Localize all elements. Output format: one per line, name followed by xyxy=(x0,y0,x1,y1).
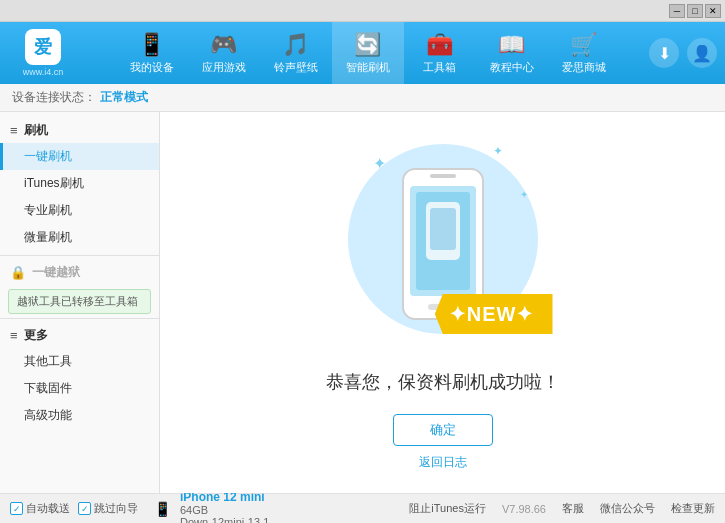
minimize-button[interactable]: ─ xyxy=(669,4,685,18)
sidebar-item-itunes-flash[interactable]: iTunes刷机 xyxy=(0,170,159,197)
status-bar: 设备连接状态： 正常模式 xyxy=(0,84,725,112)
bottom-link-support[interactable]: 客服 xyxy=(562,501,584,516)
content-area: ✦ ✦ ✦ ✦NEW✦ 恭喜您，保资料刷 xyxy=(160,112,725,493)
nav-right-actions: ⬇ 👤 xyxy=(649,38,717,68)
user-button[interactable]: 👤 xyxy=(687,38,717,68)
ringtone-icon: 🎵 xyxy=(282,32,309,58)
version-text: V7.98.66 xyxy=(502,503,546,515)
apps-icon: 🎮 xyxy=(210,32,237,58)
nav-label-my-device: 我的设备 xyxy=(130,60,174,75)
download-button[interactable]: ⬇ xyxy=(649,38,679,68)
shop-icon: 🛒 xyxy=(570,32,597,58)
title-bar: ─ □ ✕ xyxy=(0,0,725,22)
svg-rect-6 xyxy=(430,208,456,250)
jailbreak-section-label: 一键越狱 xyxy=(32,264,80,281)
logo-subtext: www.i4.cn xyxy=(23,67,64,77)
nav-item-flash[interactable]: 🔄 智能刷机 xyxy=(332,22,404,84)
close-button[interactable]: ✕ xyxy=(705,4,721,18)
nav-label-shop: 爱思商城 xyxy=(562,60,606,75)
device-model: Down-12mini-13,1 xyxy=(180,516,269,524)
sidebar: ≡ 刷机 一键刷机 iTunes刷机 专业刷机 微量刷机 🔒 一键越狱 越狱工具… xyxy=(0,112,160,493)
checkbox-auto-send-label: 自动载送 xyxy=(26,501,70,516)
nav-label-ringtone: 铃声壁纸 xyxy=(274,60,318,75)
app-logo: 爱 www.i4.cn xyxy=(8,29,78,77)
bottom-bar: ✓ 自动载送 ✓ 跳过向导 📱 iPhone 12 mini 64GB Down… xyxy=(0,493,725,523)
maximize-button[interactable]: □ xyxy=(687,4,703,18)
device-storage: 64GB xyxy=(180,504,269,516)
bottom-link-update[interactable]: 检查更新 xyxy=(671,501,715,516)
device-icon: 📱 xyxy=(154,501,171,517)
sparkle-2: ✦ xyxy=(493,144,503,158)
lock-icon: 🔒 xyxy=(10,265,26,280)
checkbox-skip-wizard-label: 跳过向导 xyxy=(94,501,138,516)
back-link[interactable]: 返回日志 xyxy=(419,454,467,471)
nav-items: 📱 我的设备 🎮 应用游戏 🎵 铃声壁纸 🔄 智能刷机 🧰 工具箱 📖 教程中心… xyxy=(86,22,649,84)
sidebar-item-pro-flash[interactable]: 专业刷机 xyxy=(0,197,159,224)
bottom-left-section: ✓ 自动载送 ✓ 跳过向导 📱 iPhone 12 mini 64GB Down… xyxy=(10,490,269,524)
nav-item-ringtone[interactable]: 🎵 铃声壁纸 xyxy=(260,22,332,84)
nav-item-shop[interactable]: 🛒 爱思商城 xyxy=(548,22,620,84)
sidebar-section-more[interactable]: ≡ 更多 xyxy=(0,323,159,348)
main-content: ≡ 刷机 一键刷机 iTunes刷机 专业刷机 微量刷机 🔒 一键越狱 越狱工具… xyxy=(0,112,725,493)
sidebar-item-advanced[interactable]: 高级功能 xyxy=(0,402,159,429)
more-section-icon: ≡ xyxy=(10,328,18,343)
status-label: 设备连接状态： xyxy=(12,89,96,106)
status-value: 正常模式 xyxy=(100,89,148,106)
sidebar-item-other-tools[interactable]: 其他工具 xyxy=(0,348,159,375)
nav-label-apps: 应用游戏 xyxy=(202,60,246,75)
sidebar-item-download-firmware[interactable]: 下载固件 xyxy=(0,375,159,402)
nav-item-apps[interactable]: 🎮 应用游戏 xyxy=(188,22,260,84)
sparkle-1: ✦ xyxy=(373,154,386,173)
sidebar-divider-2 xyxy=(0,318,159,319)
sidebar-item-micro-flash[interactable]: 微量刷机 xyxy=(0,224,159,251)
nav-item-tutorials[interactable]: 📖 教程中心 xyxy=(476,22,548,84)
bottom-right-section: 阻止iTunes运行 V7.98.66 客服 微信公众号 检查更新 xyxy=(409,501,715,516)
nav-item-toolbox[interactable]: 🧰 工具箱 xyxy=(404,22,476,84)
checkbox-auto-send[interactable]: ✓ 自动载送 xyxy=(10,501,70,516)
checkbox-auto-send-box[interactable]: ✓ xyxy=(10,502,23,515)
checkbox-skip-wizard[interactable]: ✓ 跳过向导 xyxy=(78,501,138,516)
new-badge: ✦NEW✦ xyxy=(435,294,553,334)
logo-icon: 爱 xyxy=(25,29,61,65)
window-controls[interactable]: ─ □ ✕ xyxy=(669,4,721,18)
phone-illustration: ✦ ✦ ✦ ✦NEW✦ xyxy=(343,134,543,354)
sidebar-item-one-click-flash[interactable]: 一键刷机 xyxy=(0,143,159,170)
flash-section-label: 刷机 xyxy=(24,122,48,139)
sidebar-notice-jailbreak: 越狱工具已转移至工具箱 xyxy=(8,289,151,314)
success-text: 恭喜您，保资料刷机成功啦！ xyxy=(326,370,560,394)
sidebar-section-flash[interactable]: ≡ 刷机 xyxy=(0,118,159,143)
device-details: iPhone 12 mini 64GB Down-12mini-13,1 xyxy=(180,490,269,524)
nav-item-my-device[interactable]: 📱 我的设备 xyxy=(116,22,188,84)
flash-icon: 🔄 xyxy=(354,32,381,58)
device-info: 📱 iPhone 12 mini 64GB Down-12mini-13,1 xyxy=(154,490,269,524)
more-section-label: 更多 xyxy=(24,327,48,344)
stop-itunes-button[interactable]: 阻止iTunes运行 xyxy=(409,501,486,516)
nav-label-tutorials: 教程中心 xyxy=(490,60,534,75)
sparkle-3: ✦ xyxy=(520,189,528,200)
flash-section-icon: ≡ xyxy=(10,123,18,138)
bottom-link-wechat[interactable]: 微信公众号 xyxy=(600,501,655,516)
toolbox-icon: 🧰 xyxy=(426,32,453,58)
svg-rect-3 xyxy=(430,174,456,178)
sidebar-section-jailbreak: 🔒 一键越狱 xyxy=(0,260,159,285)
nav-label-toolbox: 工具箱 xyxy=(423,60,456,75)
nav-label-flash: 智能刷机 xyxy=(346,60,390,75)
nav-bar: 爱 www.i4.cn 📱 我的设备 🎮 应用游戏 🎵 铃声壁纸 🔄 智能刷机 … xyxy=(0,22,725,84)
confirm-button[interactable]: 确定 xyxy=(393,414,493,446)
checkbox-skip-wizard-box[interactable]: ✓ xyxy=(78,502,91,515)
my-device-icon: 📱 xyxy=(138,32,165,58)
tutorials-icon: 📖 xyxy=(498,32,525,58)
sidebar-divider-1 xyxy=(0,255,159,256)
